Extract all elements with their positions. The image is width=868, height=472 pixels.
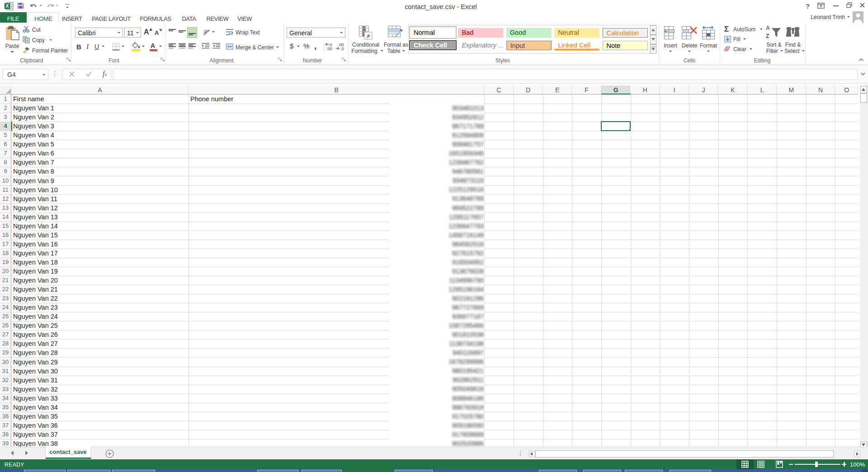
svg-text:ab: ab [203,28,208,35]
svg-text:X: X [5,3,9,9]
svg-text:≠: ≠ [367,33,370,39]
